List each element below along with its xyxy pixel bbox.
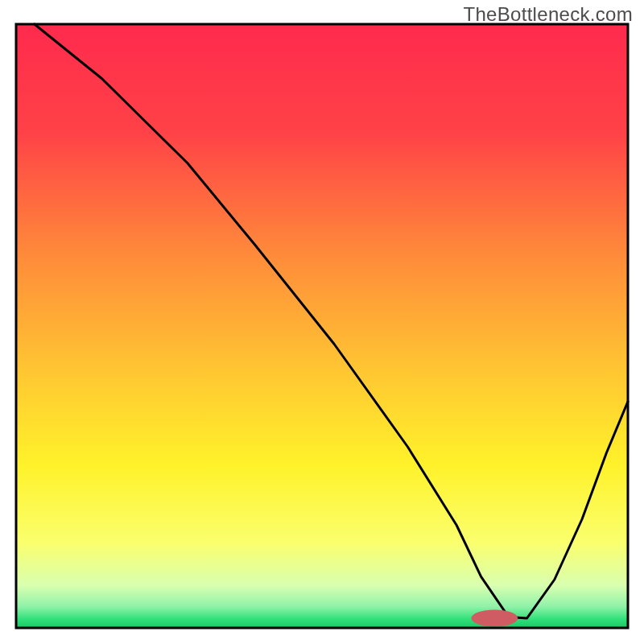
plot-gradient-rect (16, 24, 628, 628)
chart-frame: TheBottleneck.com (0, 0, 644, 644)
chart-svg (0, 0, 644, 644)
marker-pill (471, 610, 518, 627)
